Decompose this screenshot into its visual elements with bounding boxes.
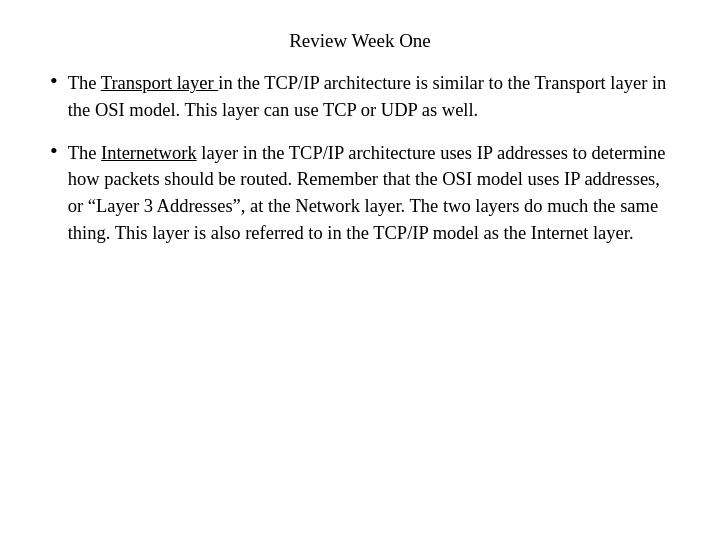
list-item: • The Internetwork layer in the TCP/IP a…: [50, 140, 670, 247]
transport-layer-link: Transport layer: [101, 73, 219, 93]
list-item: • The Transport layer in the TCP/IP arch…: [50, 70, 670, 124]
internetwork-link: Internetwork: [101, 143, 197, 163]
bullet-dot: •: [50, 138, 58, 164]
bullet-text-1: The Transport layer in the TCP/IP archit…: [68, 70, 670, 124]
content-area: • The Transport layer in the TCP/IP arch…: [50, 70, 670, 510]
bullet-dot: •: [50, 68, 58, 94]
page-container: Review Week One • The Transport layer in…: [0, 0, 720, 540]
page-title: Review Week One: [50, 30, 670, 52]
bullet-list: • The Transport layer in the TCP/IP arch…: [50, 70, 670, 247]
bullet-text-2: The Internetwork layer in the TCP/IP arc…: [68, 140, 670, 247]
